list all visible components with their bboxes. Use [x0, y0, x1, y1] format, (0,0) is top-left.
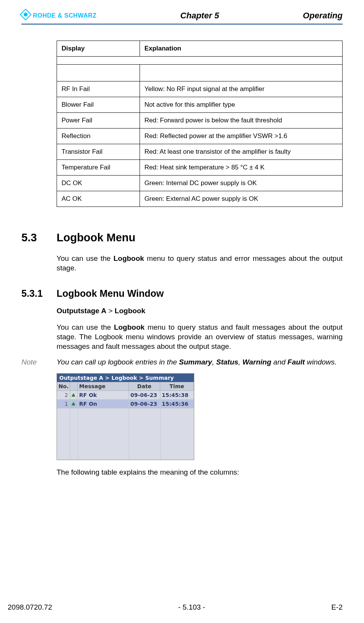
page-footer: 2098.0720.72 - 5.103 - E-2: [8, 603, 343, 612]
heading-5-3-1: 5.3.1 Logbook Menu Window: [21, 288, 343, 299]
col-icon: [70, 382, 78, 391]
window-titlebar: Outputstage A > Logbook > Summary: [57, 374, 194, 382]
page-header: ROHDE & SCHWARZ Chapter 5 Operating: [21, 11, 343, 24]
table-row: Power FailRed: Forward power is below th…: [57, 113, 343, 129]
breadcrumb: Outputstage A > Logbook: [57, 307, 343, 315]
note-block: Note You can call up logbook entries in …: [21, 358, 343, 366]
note-text: You can call up logbook entries in the S…: [57, 358, 343, 366]
logo-text: ROHDE & SCHWARZ: [33, 12, 97, 19]
heading-text: Logbook Menu Window: [57, 288, 164, 299]
heading-text: Logbook Menu: [57, 231, 135, 244]
logbook-window: Outputstage A > Logbook > Summary No. Me…: [57, 373, 194, 460]
col-msg: Message: [78, 382, 129, 391]
col-date: Date: [129, 382, 160, 391]
footer-right: E-2: [331, 603, 343, 612]
heading-number: 5.3: [21, 231, 57, 244]
chapter-title: Chapter 5: [180, 11, 219, 21]
display-table-wrapper: Display Explanation RF In FailYellow: No…: [57, 41, 343, 207]
after-screenshot-text: The following table explains the meaning…: [57, 468, 343, 477]
th-display: Display: [57, 41, 140, 57]
footer-left: 2098.0720.72: [8, 603, 52, 612]
brand-logo: ROHDE & SCHWARZ: [21, 12, 97, 19]
table-row: Transistor FailRed: At least one transis…: [57, 144, 343, 160]
table-row: RF In FailYellow: No RF input signal at …: [57, 81, 343, 97]
display-table: Display Explanation RF In FailYellow: No…: [57, 41, 343, 207]
col-time: Time: [160, 382, 194, 391]
table-row: AC OKGreen: External AC power supply is …: [57, 191, 343, 207]
table-row: Temperature FailRed: Heat sink temperatu…: [57, 160, 343, 176]
arrow-up-icon: [70, 391, 78, 400]
th-explanation: Explanation: [140, 41, 342, 57]
table-row: [57, 65, 343, 81]
table-row: DC OKGreen: Internal DC power supply is …: [57, 176, 343, 191]
logbook-screenshot: Outputstage A > Logbook > Summary No. Me…: [57, 373, 343, 460]
heading-5-3: 5.3 Logbook Menu: [21, 231, 343, 244]
footer-center: - 5.103 -: [178, 603, 205, 612]
logbook-row[interactable]: 2 RF Ok 09-06-23 15:45:38: [57, 391, 194, 400]
table-row: ReflectionRed: Reflected power at the am…: [57, 129, 343, 144]
section-5-3-intro: You can use the Logbook menu to query st…: [57, 254, 343, 273]
section-5-3-1-p1: You can use the Logbook menu to query st…: [57, 323, 343, 351]
arrow-up-icon: [70, 400, 78, 408]
table-header-row: Display Explanation: [57, 41, 343, 57]
logbook-columns: No. Message Date Time: [57, 382, 194, 391]
section-title: Operating: [303, 11, 343, 21]
logbook-rows: 2 RF Ok 09-06-23 15:45:38 1 RF On 09-06-…: [57, 391, 194, 460]
col-no: No.: [57, 382, 70, 391]
table-row: Blower FailNot active for this amplifier…: [57, 97, 343, 113]
heading-number: 5.3.1: [21, 288, 57, 299]
note-label: Note: [21, 358, 57, 366]
logbook-row[interactable]: 1 RF On 09-06-23 15:45:36: [57, 400, 194, 408]
logo-icon: [20, 8, 31, 20]
